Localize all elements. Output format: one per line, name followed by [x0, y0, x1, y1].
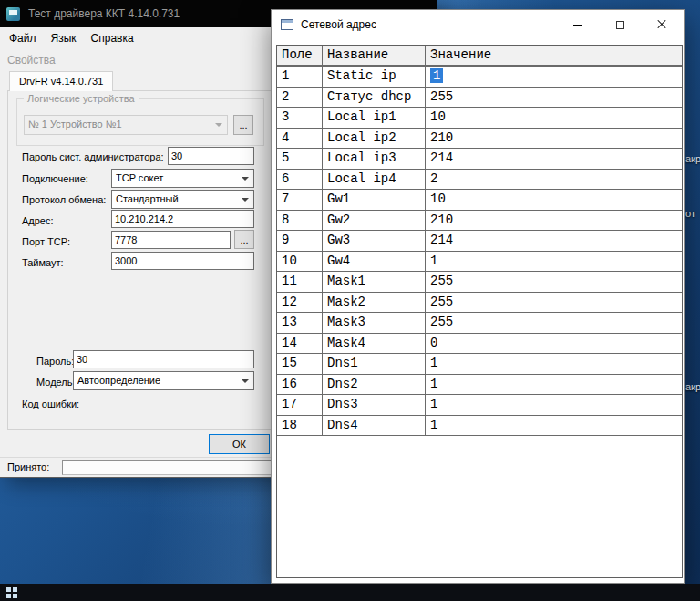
cell-field[interactable]: 3	[277, 108, 323, 128]
cell-field[interactable]: 8	[277, 211, 323, 231]
cell-field[interactable]: 17	[277, 395, 323, 415]
maximize-button[interactable]	[599, 11, 641, 38]
protocol-select-value: Стандартный	[116, 193, 179, 204]
cell-value[interactable]: 210	[426, 211, 682, 231]
password-input[interactable]	[73, 350, 254, 368]
cell-field[interactable]: 14	[277, 334, 323, 354]
cell-name[interactable]: Local ip4	[323, 170, 426, 190]
table-row[interactable]: 18Dns41	[277, 416, 682, 437]
cell-value[interactable]: 214	[426, 149, 682, 169]
cell-name[interactable]: Gw3	[323, 231, 426, 251]
selected-cell-value: 1	[430, 68, 443, 83]
menu-help[interactable]: Справка	[84, 29, 141, 47]
connection-select[interactable]: TCP сокет	[111, 169, 254, 188]
protocol-select[interactable]: Стандартный	[111, 190, 254, 209]
cell-field[interactable]: 11	[277, 272, 323, 292]
header-name[interactable]: Название	[323, 46, 426, 65]
cell-name[interactable]: Mask2	[323, 293, 426, 313]
cell-value[interactable]: 0	[426, 334, 682, 354]
table-row[interactable]: 16Dns21	[277, 375, 682, 396]
cell-field[interactable]: 4	[277, 129, 323, 149]
table-row[interactable]: 1Static ip1	[277, 67, 682, 88]
cell-value[interactable]: 255	[426, 88, 682, 108]
windows-logo-icon	[6, 587, 17, 598]
cell-value[interactable]: 10	[426, 108, 682, 128]
cell-value[interactable]: 1	[426, 375, 682, 395]
cell-field[interactable]: 13	[277, 313, 323, 333]
cell-field[interactable]: 6	[277, 170, 323, 190]
header-field[interactable]: Поле	[277, 46, 323, 65]
cell-value[interactable]: 255	[426, 313, 682, 333]
cell-name[interactable]: Static ip	[323, 67, 426, 87]
minimize-button[interactable]	[557, 11, 599, 38]
cell-name[interactable]: Gw4	[323, 252, 426, 272]
cell-name[interactable]: Статус dhcp	[323, 88, 426, 108]
tcp-port-browse-button[interactable]: ...	[234, 230, 254, 249]
cell-name[interactable]: Dns2	[323, 375, 426, 395]
table-row[interactable]: 11Mask1255	[277, 272, 682, 293]
cell-value[interactable]: 210	[426, 129, 682, 149]
address-input[interactable]	[111, 210, 254, 228]
cell-value[interactable]: 214	[426, 231, 682, 251]
cell-value[interactable]: 255	[426, 272, 682, 292]
dialog-titlebar[interactable]: Сетевой адрес	[272, 10, 684, 39]
cell-value[interactable]: 10	[426, 190, 682, 210]
minimize-icon	[573, 25, 582, 26]
cell-name[interactable]: Local ip2	[323, 129, 426, 149]
cell-value[interactable]: 1	[426, 354, 682, 374]
cell-value[interactable]: 1	[426, 67, 682, 87]
table-row[interactable]: 17Dns31	[277, 395, 682, 416]
cell-field[interactable]: 10	[277, 252, 323, 272]
cell-field[interactable]: 1	[277, 67, 323, 87]
cell-value[interactable]: 255	[426, 293, 682, 313]
device-browse-button[interactable]: ...	[233, 115, 253, 135]
table-row[interactable]: 3Local ip110	[277, 108, 682, 129]
table-row[interactable]: 13Mask3255	[277, 313, 682, 334]
cell-field[interactable]: 5	[277, 149, 323, 169]
ok-button[interactable]: ОК	[209, 434, 270, 454]
cell-field[interactable]: 7	[277, 190, 323, 210]
table-row[interactable]: 9Gw3214	[277, 231, 682, 252]
table-row[interactable]: 8Gw2210	[277, 211, 682, 232]
start-button[interactable]	[0, 584, 24, 601]
model-select[interactable]: Автоопределение	[73, 371, 254, 390]
cell-name[interactable]: Dns1	[323, 354, 426, 374]
grid-rows: 1Static ip12Статус dhcp2553Local ip1104L…	[277, 67, 682, 436]
cell-name[interactable]: Mask1	[323, 272, 426, 292]
cell-field[interactable]: 18	[277, 416, 323, 436]
cell-name[interactable]: Mask3	[323, 313, 426, 333]
close-button[interactable]	[641, 11, 683, 38]
table-row[interactable]: 6Local ip42	[277, 170, 682, 191]
table-row[interactable]: 15Dns11	[277, 354, 682, 375]
table-row[interactable]: 12Mask2255	[277, 293, 682, 314]
cell-value[interactable]: 1	[426, 395, 682, 415]
table-row[interactable]: 5Local ip3214	[277, 149, 682, 170]
cell-field[interactable]: 9	[277, 231, 323, 251]
cell-name[interactable]: Dns3	[323, 395, 426, 415]
cell-value[interactable]: 1	[426, 252, 682, 272]
timeout-input[interactable]	[111, 252, 254, 270]
table-row[interactable]: 7Gw110	[277, 190, 682, 211]
table-row[interactable]: 14Mask40	[277, 334, 682, 355]
table-row[interactable]: 10Gw41	[277, 252, 682, 273]
cell-name[interactable]: Local ip3	[323, 149, 426, 169]
tab-drvfr[interactable]: DrvFR v4.14.0.731	[9, 71, 113, 91]
tcp-port-input[interactable]	[111, 231, 231, 249]
header-value[interactable]: Значение	[426, 46, 682, 65]
cell-name[interactable]: Gw2	[323, 211, 426, 231]
cell-value[interactable]: 1	[426, 416, 682, 436]
cell-field[interactable]: 2	[277, 88, 323, 108]
table-row[interactable]: 4Local ip2210	[277, 129, 682, 150]
admin-password-input[interactable]	[168, 147, 254, 165]
cell-name[interactable]: Dns4	[323, 416, 426, 436]
table-row[interactable]: 2Статус dhcp255	[277, 88, 682, 109]
cell-field[interactable]: 12	[277, 293, 323, 313]
cell-field[interactable]: 16	[277, 375, 323, 395]
cell-name[interactable]: Gw1	[323, 190, 426, 210]
menu-language[interactable]: Язык	[44, 29, 84, 47]
cell-name[interactable]: Mask4	[323, 334, 426, 354]
menu-file[interactable]: Файл	[2, 29, 44, 47]
cell-name[interactable]: Local ip1	[323, 108, 426, 128]
cell-field[interactable]: 15	[277, 354, 323, 374]
cell-value[interactable]: 2	[426, 170, 682, 190]
